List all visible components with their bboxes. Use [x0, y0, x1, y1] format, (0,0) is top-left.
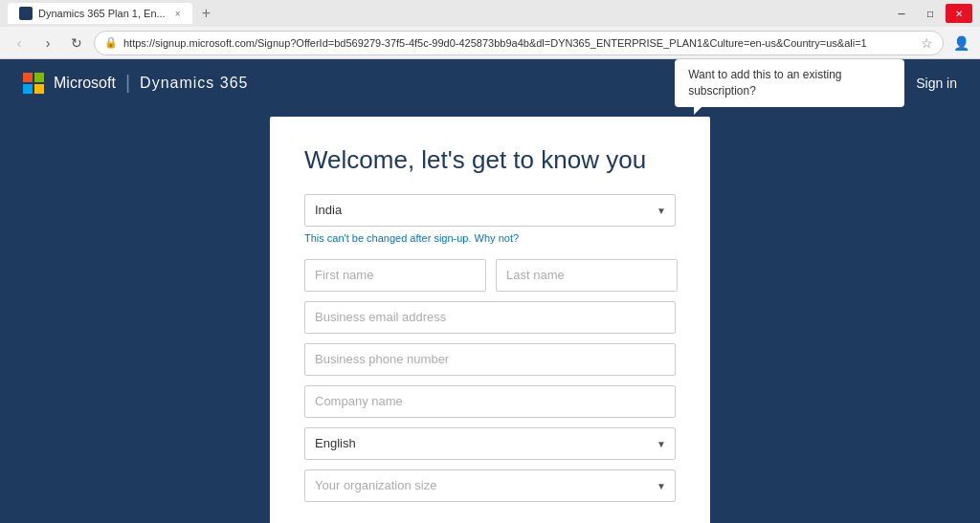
language-select[interactable]: English French German Spanish Japanese [304, 427, 676, 460]
toolbar-actions: 👤 [949, 32, 972, 54]
tab-title: Dynamics 365 Plan 1, En... [38, 8, 166, 19]
address-bar[interactable]: 🔒 https://signup.microsoft.com/Signup?Of… [94, 31, 944, 55]
minimize-button[interactable]: ─ [888, 4, 915, 23]
logo-green-square [34, 73, 44, 82]
address-text: https://signup.microsoft.com/Signup?Offe… [123, 37, 915, 49]
last-name-input[interactable] [496, 259, 678, 292]
page: Microsoft | Dynamics 365 Want to add thi… [0, 59, 980, 523]
company-input[interactable] [304, 385, 676, 418]
forward-button[interactable]: › [36, 32, 59, 54]
existing-subscription-bubble: Want to add this to an existing subscrip… [675, 59, 904, 107]
tab-favicon [19, 7, 33, 20]
microsoft-text: Microsoft [54, 75, 116, 92]
phone-input[interactable] [304, 343, 676, 376]
form-card: Welcome, let's get to know you India Uni… [270, 117, 710, 523]
bookmark-icon[interactable]: ☆ [921, 35, 933, 51]
name-row [304, 259, 676, 292]
product-name: Dynamics 365 [140, 75, 248, 92]
country-note: This can't be changed after sign-up. Why… [304, 232, 676, 244]
country-select-wrap: India United States United Kingdom Austr… [304, 194, 676, 227]
email-input[interactable] [304, 301, 676, 334]
language-select-wrap: English French German Spanish Japanese ▼ [304, 427, 676, 460]
browser-chrome: Dynamics 365 Plan 1, En... × + ─ □ ✕ ‹ ›… [0, 0, 980, 59]
header: Microsoft | Dynamics 365 Want to add thi… [0, 59, 980, 107]
tab-close-button[interactable]: × [175, 9, 181, 19]
header-right: Want to add this to an existing subscrip… [675, 59, 957, 107]
form-title: Welcome, let's get to know you [304, 145, 676, 175]
window-controls: ─ □ ✕ [888, 4, 972, 23]
back-button[interactable]: ‹ [8, 32, 31, 54]
logo-blue-square [23, 84, 33, 94]
close-button[interactable]: ✕ [946, 4, 972, 23]
browser-titlebar: Dynamics 365 Plan 1, En... × + ─ □ ✕ [0, 0, 980, 27]
org-size-select[interactable]: Your organization size 1-9 10-49 50-249 … [304, 469, 676, 502]
org-size-select-wrap: Your organization size 1-9 10-49 50-249 … [304, 469, 676, 502]
maximize-button[interactable]: □ [917, 4, 944, 23]
user-icon[interactable]: 👤 [949, 32, 972, 54]
microsoft-logo: Microsoft [23, 73, 116, 94]
browser-toolbar: ‹ › ↻ 🔒 https://signup.microsoft.com/Sig… [0, 27, 980, 59]
header-divider: | [125, 72, 130, 94]
main-content: Welcome, let's get to know you India Uni… [0, 107, 980, 523]
logo-red-square [23, 73, 33, 82]
country-select[interactable]: India United States United Kingdom Austr… [304, 194, 676, 227]
existing-sub-text: Want to add this to an existing subscrip… [688, 68, 841, 98]
signin-button[interactable]: Sign in [916, 76, 957, 91]
refresh-button[interactable]: ↻ [65, 32, 88, 54]
logo-yellow-square [34, 84, 44, 94]
first-name-input[interactable] [304, 259, 486, 292]
lock-icon: 🔒 [104, 36, 118, 49]
browser-tab[interactable]: Dynamics 365 Plan 1, En... × [8, 3, 192, 24]
new-tab-button[interactable]: + [196, 3, 217, 24]
logo-grid [23, 73, 44, 94]
